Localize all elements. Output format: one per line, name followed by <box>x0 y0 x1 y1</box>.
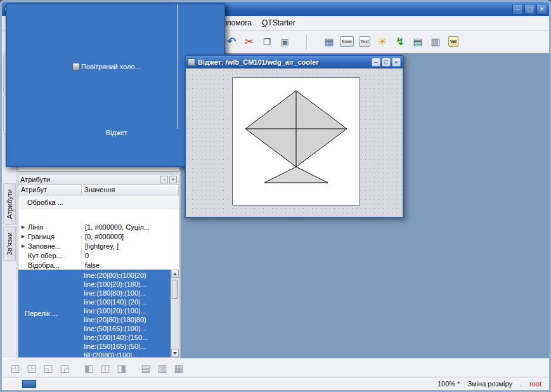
elem-text-icon[interactable]: Text <box>356 33 373 51</box>
tree-row-selected[interactable]: Повітряний холо... Віджет <box>18 75 179 167</box>
cut-icon[interactable]: ✂ <box>240 33 258 51</box>
scroll-down-icon[interactable] <box>171 349 179 357</box>
tab-attributes[interactable]: Атрибути <box>3 183 16 225</box>
list-value-line: line:(100|140):(150... <box>84 333 171 342</box>
paste-icon[interactable]: ▣ <box>276 33 294 51</box>
main-window: OpenSCADA Vision-розробка: Start – □ × Ф… <box>0 0 551 392</box>
scroll-up-icon[interactable] <box>171 270 179 278</box>
list-scrollbar[interactable] <box>171 270 179 357</box>
list-value-line: line:(100|20):(100|... <box>84 306 171 315</box>
air-cooler-drawing <box>233 78 360 205</box>
scroll-thumb[interactable] <box>172 280 178 299</box>
attribute-row-selected[interactable]: Перелік ... line:(20|80):(100|20) line:(… <box>18 270 179 357</box>
menu-qtstarter[interactable]: QTStarter <box>257 16 301 29</box>
child-maximize-button[interactable]: □ <box>382 58 391 67</box>
elem-function-icon[interactable]: Val <box>444 33 462 51</box>
attributes-panel: Атрибути ▫ × Атрибут Значення Обробка ..… <box>18 174 179 358</box>
close-button[interactable]: × <box>536 4 547 15</box>
list-attribute-label: Перелік ... <box>18 270 82 357</box>
status-zoom: 100% * <box>438 380 460 388</box>
status-message: Зміна розміру <box>467 380 512 388</box>
raise-top-icon[interactable]: ◰ <box>7 360 23 376</box>
mdi-area[interactable]: Віджет: /wlb_CM101/wdg_air_cooler – □ × <box>181 53 549 358</box>
attribute-row[interactable]: ▶Границя [0, #000000] <box>18 232 179 241</box>
widget-window-titlebar[interactable]: Віджет: /wlb_CM101/wdg_air_cooler – □ × <box>186 56 403 69</box>
elem-document-icon[interactable]: ▥ <box>427 33 444 51</box>
scroll-track[interactable] <box>171 278 179 349</box>
widget-window-title: Віджет: /wlb_CM101/wdg_air_cooler <box>198 58 370 66</box>
attributes-panel-title: Атрибути <box>20 176 159 183</box>
list-value-line: line:(20|80):(100|20) <box>84 271 171 280</box>
widget-edit-area[interactable] <box>186 69 403 217</box>
status-blue-badge <box>22 380 36 388</box>
status-bar: 100% * Зміна розміру . root <box>2 377 549 390</box>
list-value-line: line:(180|80):(100|... <box>84 289 171 297</box>
widget-canvas[interactable] <box>232 77 360 206</box>
attribute-spacer <box>18 209 179 222</box>
status-user[interactable]: root <box>529 380 541 388</box>
dock-column: Віджети ▫ × Ім'я Тип ▶Основні елементи Б… <box>17 53 181 358</box>
widget-edit-window[interactable]: Віджет: /wlb_CM101/wdg_air_cooler – □ × <box>185 55 404 218</box>
list-value-line: line:(20|80):(180|80) <box>84 315 171 324</box>
align-top-icon[interactable]: ▤ <box>138 360 154 376</box>
attribute-row[interactable]: ▶Заповне... [lightgrey, ] <box>18 241 179 251</box>
copy-icon[interactable]: ❐ <box>258 33 276 51</box>
attribute-group-row[interactable]: Обробка ... <box>18 195 179 209</box>
minimize-button[interactable]: – <box>512 4 523 15</box>
attribute-row[interactable]: Відобра... false <box>18 260 179 270</box>
list-value-line: line:(100|140):(20|... <box>84 297 171 306</box>
widgets-tree: ▶Основні елементи Бібліо... ▶Документи Б… <box>18 75 179 171</box>
elem-box-icon[interactable]: ▦ <box>320 33 338 51</box>
main-area: Проекти Віджети Атрибути Зв'язки Віджети… <box>2 53 549 358</box>
alignment-toolbar: ◰ ◳ ◱ ◲ ◧ ◫ ◨ ▤ ▥ ▦ <box>2 358 549 377</box>
column-value[interactable]: Значення <box>82 185 179 195</box>
attribute-row[interactable]: ▶Лінія [1, #000000, Суціл... <box>18 222 179 232</box>
elem-form-icon[interactable]: Enter <box>338 33 356 51</box>
attributes-column-headers: Атрибут Значення <box>18 185 179 195</box>
widgets-panel: Віджети ▫ × Ім'я Тип ▶Основні елементи Б… <box>18 54 179 172</box>
align-right-icon[interactable]: ◨ <box>113 360 130 376</box>
widget-window-icon <box>188 58 195 66</box>
list-value-line: fill:(20|80):(100|... <box>84 351 171 357</box>
expander-icon[interactable]: ▶ <box>20 234 27 239</box>
list-value-line: line:(150|165):(50|... <box>84 342 171 351</box>
elem-media-icon[interactable]: ☀ <box>373 33 391 51</box>
raise-icon[interactable]: ◱ <box>40 360 56 376</box>
lower-icon[interactable]: ◲ <box>56 360 73 376</box>
align-bottom-icon[interactable]: ▦ <box>171 360 187 376</box>
status-dot: . <box>520 380 522 388</box>
lower-bottom-icon[interactable]: ◳ <box>23 360 40 376</box>
toolbar-separator <box>306 34 308 49</box>
attribute-row[interactable]: Кут обер... 0 <box>18 251 179 260</box>
attributes-panel-header[interactable]: Атрибути ▫ × <box>18 174 179 185</box>
close-panel-button[interactable]: × <box>169 176 177 183</box>
expander-icon[interactable]: ▶ <box>20 244 27 249</box>
expander-icon[interactable]: ▶ <box>20 225 27 230</box>
list-value-line: line:(100|20):(180|... <box>84 280 171 289</box>
align-hcenter-icon[interactable]: ◫ <box>97 360 113 376</box>
attributes-list: Обробка ... ▶Лінія [1, #000000, Суціл...… <box>18 195 179 357</box>
elem-diagram-icon[interactable]: ↯ <box>391 33 409 51</box>
child-close-button[interactable]: × <box>392 58 401 67</box>
maximize-button[interactable]: □ <box>524 4 535 15</box>
child-minimize-button[interactable]: – <box>372 58 380 67</box>
align-vcenter-icon[interactable]: ▥ <box>154 360 171 376</box>
float-panel-button[interactable]: ▫ <box>160 176 168 183</box>
list-value-line: line:(50|165):(100|... <box>84 324 171 333</box>
tab-links[interactable]: Зв'язки <box>3 226 16 261</box>
triangle-shape[interactable] <box>264 167 328 183</box>
list-attribute-values[interactable]: line:(20|80):(100|20) line:(100|20):(180… <box>82 270 171 357</box>
elem-protocol-icon[interactable]: ▤ <box>409 33 427 51</box>
align-left-icon[interactable]: ◧ <box>81 360 97 376</box>
undo-icon[interactable]: ↶ <box>223 33 240 51</box>
column-attribute[interactable]: Атрибут <box>18 185 82 195</box>
